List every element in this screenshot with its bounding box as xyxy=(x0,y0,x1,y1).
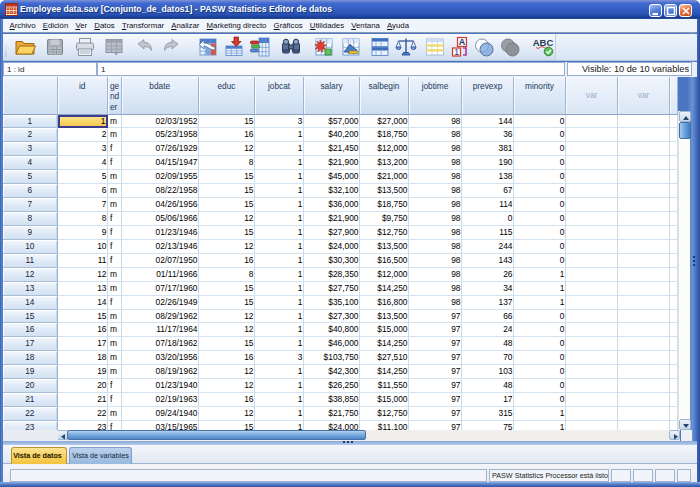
svg-text:1: 1 xyxy=(454,47,459,57)
svg-text:A: A xyxy=(459,37,466,47)
